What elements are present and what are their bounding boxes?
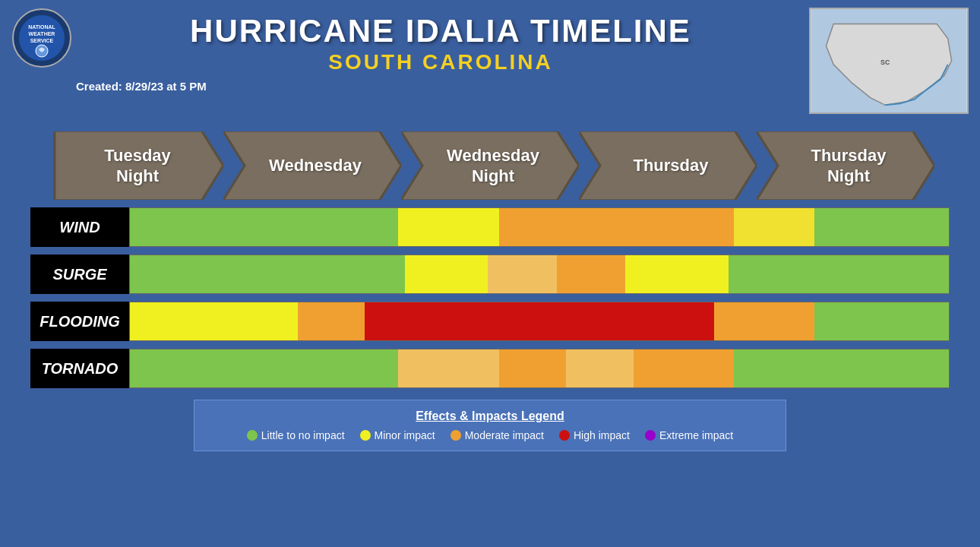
timeline-label-2: WednesdayNight	[433, 145, 547, 187]
state-map: SC	[809, 8, 969, 114]
hazard-row-wind: WIND	[30, 207, 950, 247]
hazard-bar-wind	[129, 207, 950, 247]
legend-item-1: Minor impact	[360, 429, 435, 441]
bar-segment	[880, 255, 949, 293]
hazard-label-tornado: TORNADO	[30, 349, 129, 388]
bar-segment	[398, 208, 499, 246]
legend-item-0: Little to no impact	[247, 429, 345, 441]
legend-items: Little to no impactMinor impactModerate …	[210, 429, 770, 441]
svg-text:SERVICE: SERVICE	[30, 38, 54, 43]
timeline-step-0: TuesdayNight	[46, 131, 223, 200]
hazard-row-flooding: FLOODING	[30, 302, 950, 341]
bar-segment	[130, 208, 264, 246]
legend-label-0: Little to no impact	[261, 429, 345, 441]
hazard-bar-tornado	[129, 349, 950, 388]
legend: Effects & Impacts Legend Little to no im…	[194, 400, 786, 451]
bar-segment	[264, 208, 399, 246]
bar-segment	[882, 302, 949, 340]
hazard-section: WINDSURGEFLOODINGTORNADO	[30, 207, 950, 388]
bar-segment	[466, 302, 533, 340]
bar-segment	[267, 255, 405, 293]
bar-segment	[499, 349, 566, 387]
bar-segment	[729, 255, 811, 293]
bar-segment	[488, 255, 557, 293]
bar-segment	[814, 208, 881, 246]
legend-dot-1	[360, 430, 371, 441]
bar-segment	[814, 302, 881, 340]
bar-segment	[533, 302, 634, 340]
header: NATIONAL WEATHER SERVICE HURRICANE IDALI…	[0, 0, 980, 118]
bar-segment	[298, 302, 365, 340]
legend-item-2: Moderate impact	[450, 429, 544, 441]
bar-segment	[734, 349, 814, 387]
bar-segment	[557, 255, 626, 293]
bar-segment	[814, 349, 881, 387]
bar-segment	[734, 208, 814, 246]
timeline-label-1: Wednesday	[255, 155, 369, 176]
hazard-bar-flooding	[129, 302, 950, 341]
svg-text:SC: SC	[880, 58, 890, 66]
bar-segment	[714, 302, 815, 340]
bar-segment	[882, 208, 949, 246]
bar-segment	[634, 349, 735, 387]
bar-segment	[499, 208, 566, 246]
legend-label-3: High impact	[574, 429, 630, 441]
legend-title: Effects & Impacts Legend	[210, 409, 770, 423]
hazard-bar-surge	[129, 255, 950, 294]
bar-segment	[811, 255, 880, 293]
bar-segment	[882, 349, 949, 387]
legend-label-1: Minor impact	[375, 429, 435, 441]
sub-title: SOUTH CAROLINA	[72, 50, 809, 74]
hazard-row-tornado: TORNADO	[30, 349, 950, 388]
svg-text:NATIONAL: NATIONAL	[28, 24, 55, 30]
svg-text:WEATHER: WEATHER	[29, 31, 55, 36]
created-timestamp: Created: 8/29/23 at 5 PM	[76, 80, 207, 93]
timeline-step-3: Thursday	[579, 131, 757, 200]
bar-segment	[566, 349, 633, 387]
bar-segment	[634, 302, 714, 340]
legend-label-4: Extreme impact	[659, 429, 733, 441]
bar-segment	[365, 302, 466, 340]
bar-segment	[130, 349, 264, 387]
legend-dot-2	[450, 430, 461, 441]
bar-segment	[264, 349, 399, 387]
bar-segment	[634, 208, 735, 246]
timeline-step-4: ThursdayNight	[757, 131, 934, 200]
legend-item-3: High impact	[559, 429, 630, 441]
timeline-step-2: WednesdayNight	[401, 131, 579, 200]
bar-segment	[130, 302, 298, 340]
legend-dot-3	[559, 430, 570, 441]
timeline-label-0: TuesdayNight	[90, 145, 179, 187]
bar-segment	[566, 208, 633, 246]
timeline-label-3: Thursday	[619, 155, 716, 176]
legend-dot-0	[247, 430, 258, 441]
nws-logo: NATIONAL WEATHER SERVICE	[11, 8, 72, 68]
timeline: TuesdayNightWednesdayWednesdayNightThurs…	[46, 131, 934, 200]
bar-segment	[398, 349, 499, 387]
legend-dot-4	[645, 430, 656, 441]
hazard-row-surge: SURGE	[30, 255, 950, 294]
hazard-label-flooding: FLOODING	[30, 302, 129, 341]
timeline-step-1: Wednesday	[223, 131, 401, 200]
bar-segment	[130, 255, 267, 293]
main-title: HURRICANE IDALIA TIMELINE	[72, 14, 809, 49]
hazard-label-wind: WIND	[30, 207, 129, 247]
legend-label-2: Moderate impact	[465, 429, 544, 441]
bar-segment	[625, 255, 729, 293]
bar-segment	[405, 255, 488, 293]
hazard-label-surge: SURGE	[30, 255, 129, 294]
legend-item-4: Extreme impact	[645, 429, 733, 441]
header-center: HURRICANE IDALIA TIMELINE SOUTH CAROLINA	[72, 8, 809, 74]
timeline-label-4: ThursdayNight	[797, 145, 893, 187]
